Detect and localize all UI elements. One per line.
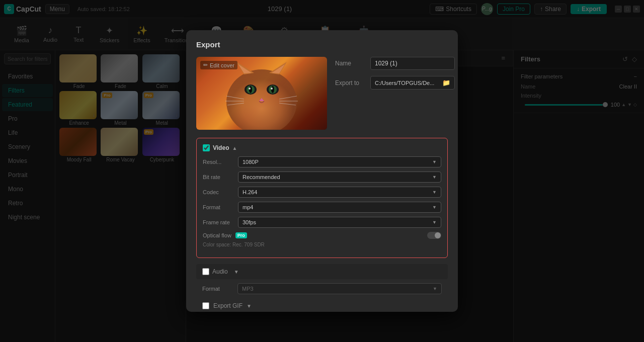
folder-icon[interactable]: 📁	[442, 79, 450, 87]
svg-point-9	[249, 86, 252, 93]
video-checkbox[interactable]	[203, 144, 210, 151]
export-path-display[interactable]: C:/Users/TOPGUS/De... 📁	[370, 76, 455, 90]
audio-section: Audio ▼ Format MP3 ▼	[196, 264, 448, 294]
framerate-row: Frame rate 30fps ▼	[203, 217, 441, 228]
video-expand-icon[interactable]: ▲	[232, 145, 237, 151]
resolution-row: Resol... 1080P ▼	[203, 156, 441, 167]
edit-icon: ✏	[203, 62, 208, 68]
export-form: Name Export to C:/Users/TOPGUS/De... 📁	[335, 57, 455, 130]
format-row: Format mp4 ▼	[203, 202, 441, 213]
codec-row: Codec H.264 ▼	[203, 187, 441, 198]
export-to-row: Export to C:/Users/TOPGUS/De... 📁	[335, 76, 455, 90]
export-to-label: Export to	[335, 79, 370, 87]
pro-tag: Pro	[235, 232, 247, 238]
audio-format-row: Format MP3 ▼	[196, 283, 448, 294]
cover-preview: ✏ Edit cover	[196, 57, 327, 130]
chevron-down-icon: ▼	[432, 205, 437, 210]
resolution-label: Resol...	[203, 159, 238, 165]
svg-marker-4	[272, 64, 285, 73]
gif-expand-icon[interactable]: ▼	[247, 303, 252, 309]
chevron-down-icon: ▼	[433, 286, 437, 291]
modal-title: Export	[196, 40, 448, 49]
toggle-thumb	[435, 232, 441, 238]
framerate-select[interactable]: 30fps ▼	[238, 217, 441, 228]
video-section-header: Video ▲	[203, 144, 441, 151]
name-row: Name	[335, 57, 455, 70]
export-modal: Export	[186, 30, 458, 312]
name-label: Name	[335, 60, 370, 67]
svg-point-10	[271, 86, 274, 93]
modal-overlay: Export	[0, 0, 644, 342]
audio-section-title: Audio	[212, 268, 228, 275]
cover-section: ✏ Edit cover Name Export to C:/Users/TOP…	[196, 57, 448, 130]
gif-label: Export GIF	[213, 302, 243, 309]
audio-checkbox[interactable]	[202, 268, 209, 275]
video-section: Video ▲ Resol... 1080P ▼ Bit rate Recomm…	[196, 138, 448, 258]
codec-select[interactable]: H.264 ▼	[238, 187, 441, 198]
audio-header: Audio ▼	[196, 264, 448, 279]
framerate-label: Frame rate	[203, 219, 238, 225]
bitrate-select[interactable]: Recommended ▼	[238, 172, 441, 183]
edit-cover-label[interactable]: ✏ Edit cover	[200, 61, 237, 69]
chevron-down-icon: ▼	[432, 190, 437, 195]
color-space-info: Color space: Rec. 709 SDR	[203, 242, 441, 247]
svg-point-11	[249, 88, 251, 90]
audio-expand-icon[interactable]: ▼	[234, 269, 239, 275]
format-select[interactable]: mp4 ▼	[238, 202, 441, 213]
bitrate-label: Bit rate	[203, 174, 238, 180]
gif-section: Export GIF ▼	[196, 298, 448, 312]
svg-marker-3	[238, 64, 252, 73]
resolution-select[interactable]: 1080P ▼	[238, 156, 441, 167]
video-section-title: Video	[213, 144, 229, 151]
codec-label: Codec	[203, 189, 238, 195]
gif-checkbox[interactable]	[202, 302, 209, 309]
chevron-down-icon: ▼	[432, 175, 437, 180]
optical-flow-row: Optical flow Pro	[203, 232, 441, 239]
name-input[interactable]	[370, 57, 455, 70]
optical-flow-toggle[interactable]	[427, 232, 441, 239]
bitrate-row: Bit rate Recommended ▼	[203, 172, 441, 183]
svg-point-12	[271, 88, 273, 90]
optical-flow-label: Optical flow	[203, 232, 231, 238]
audio-format-label: Format	[202, 286, 237, 292]
chevron-down-icon: ▼	[432, 220, 437, 225]
chevron-down-icon: ▼	[432, 159, 437, 164]
format-label: Format	[203, 204, 238, 210]
audio-format-select[interactable]: MP3 ▼	[237, 283, 442, 294]
